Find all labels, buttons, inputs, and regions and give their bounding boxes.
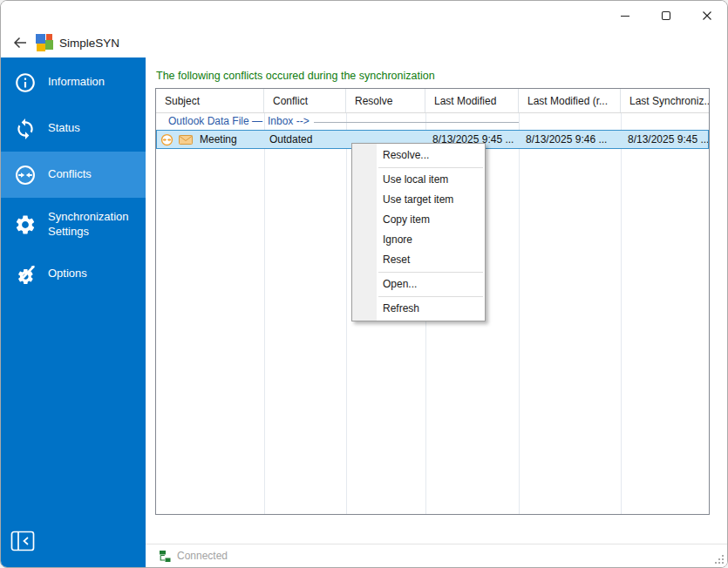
app-header: SimpleSYN — [10, 30, 119, 55]
app-title: SimpleSYN — [59, 37, 119, 50]
column-header-conflict[interactable]: Conflict — [264, 89, 346, 112]
context-menu: Resolve... Use local item Use target ite… — [351, 143, 486, 321]
menu-separator — [378, 272, 483, 273]
envelope-icon — [179, 135, 193, 145]
sidebar-item-label: Options — [48, 267, 140, 281]
column-header-last-modified[interactable]: Last Modified — [425, 89, 519, 112]
sidebar-item-label: Synchronization Settings — [48, 210, 140, 239]
close-button[interactable] — [686, 1, 727, 30]
table-header: Subject Conflict Resolve Last Modified L… — [156, 89, 709, 113]
conflict-arrows-icon — [160, 133, 173, 146]
resize-grip[interactable] — [714, 554, 725, 565]
column-header-resolve[interactable]: Resolve — [346, 89, 425, 112]
last-synchronized-cell: 8/13/2025 9:45 ... — [621, 133, 708, 145]
maximize-icon — [661, 10, 671, 21]
column-header-subject[interactable]: Subject — [156, 89, 264, 112]
sidebar-item-conflicts[interactable]: Conflicts — [1, 152, 146, 198]
app-window: SimpleSYN Information Status Conflicts S… — [0, 0, 728, 568]
column-divider — [346, 113, 347, 514]
sidebar: Information Status Conflicts Synchroniza… — [1, 57, 146, 567]
group-rule-line — [314, 122, 519, 123]
maximize-button[interactable] — [645, 1, 686, 30]
sidebar-item-status[interactable]: Status — [1, 105, 146, 152]
minimize-button[interactable] — [604, 1, 645, 30]
sidebar-item-information[interactable]: Information — [1, 59, 146, 105]
menu-item-copy-item[interactable]: Copy item — [352, 210, 485, 230]
column-header-last-synchronized[interactable]: Last Synchroniz... — [621, 89, 709, 112]
info-icon — [14, 71, 37, 94]
sync-icon — [14, 118, 37, 140]
column-divider — [519, 113, 520, 514]
column-divider — [621, 113, 622, 514]
minimize-icon — [620, 10, 630, 21]
back-button[interactable] — [10, 32, 31, 53]
subject-cell: Meeting — [157, 133, 264, 146]
titlebar: SimpleSYN — [1, 1, 727, 57]
menu-item-reset[interactable]: Reset — [352, 250, 485, 270]
conflict-arrows-icon — [14, 164, 37, 186]
subject-text: Meeting — [200, 133, 237, 145]
statusbar: Connected — [146, 544, 727, 567]
group-target-label: Inbox --> — [268, 115, 310, 127]
gear-icon — [14, 213, 37, 236]
gear-wrench-icon — [14, 263, 37, 286]
menu-item-use-local-item[interactable]: Use local item — [352, 170, 485, 190]
page-title: The following conflicts occured during t… — [156, 70, 435, 82]
column-header-last-modified-remote[interactable]: Last Modified (r... — [519, 89, 621, 112]
collapse-sidebar-icon — [10, 528, 36, 554]
menu-separator — [378, 296, 483, 297]
back-arrow-icon — [13, 37, 28, 49]
sidebar-item-label: Conflicts — [48, 167, 140, 181]
connection-status-label: Connected — [177, 550, 228, 562]
menu-item-use-target-item[interactable]: Use target item — [352, 190, 485, 210]
window-controls — [604, 1, 727, 30]
group-source-label: Outlook Data File — — [168, 115, 262, 127]
simplesyn-logo-icon — [36, 34, 53, 51]
sidebar-item-options[interactable]: Options — [1, 251, 146, 297]
close-icon — [702, 10, 712, 21]
main-panel: The following conflicts occured during t… — [146, 57, 727, 567]
network-status-icon — [158, 550, 171, 563]
menu-item-resolve[interactable]: Resolve... — [352, 145, 485, 166]
menu-separator — [378, 167, 483, 168]
column-divider — [264, 113, 265, 514]
collapse-sidebar-button[interactable] — [9, 528, 37, 556]
menu-item-refresh[interactable]: Refresh — [352, 299, 485, 319]
menu-item-ignore[interactable]: Ignore — [352, 230, 485, 250]
menu-item-open[interactable]: Open... — [352, 274, 485, 294]
conflict-cell: Outdated — [264, 133, 346, 145]
sidebar-item-synchronization-settings[interactable]: Synchronization Settings — [1, 198, 146, 251]
group-header-row[interactable]: Outlook Data File — Inbox --> — [156, 113, 709, 130]
sidebar-item-label: Status — [48, 121, 140, 135]
last-modified-remote-cell: 8/13/2025 9:46 ... — [519, 133, 621, 145]
sidebar-item-label: Information — [48, 75, 140, 89]
